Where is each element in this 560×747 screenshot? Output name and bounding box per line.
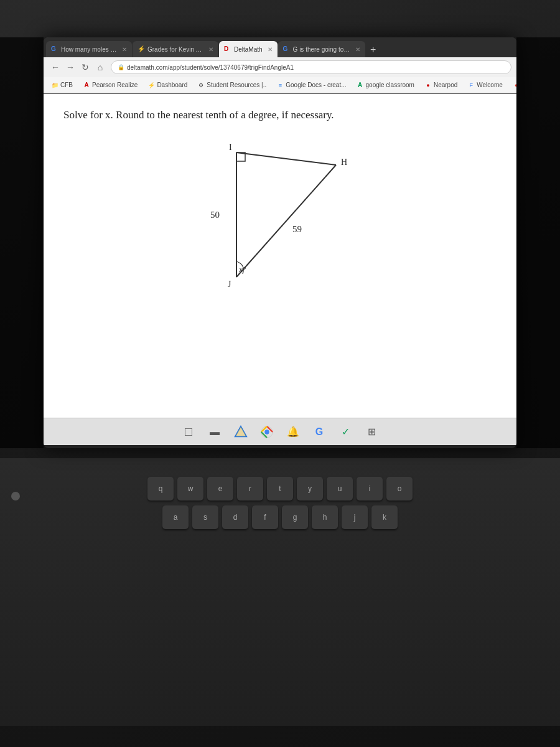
key-o[interactable]: o [386,477,413,500]
tab-favicon-google: G [51,45,58,53]
tab-bar: G How many moles of strontium ✕ ⚡ Grades… [44,37,516,57]
svg-point-3 [264,430,269,434]
tab-close-grades[interactable]: ✕ [208,46,213,53]
bookmark-pearson[interactable]: A Pearson Realize [80,80,140,90]
keyboard-row-2: a s d f g h j k [162,505,398,529]
key-f[interactable]: f [252,505,278,529]
lock-icon: 🔒 [118,64,124,70]
tab-grades-chen[interactable]: ⚡ Grades for Kevin Anzora. CHEN ✕ [133,41,218,57]
tab-close-deltamath[interactable]: ✕ [268,46,273,53]
taskbar-grid-icon[interactable]: ⊞ [362,422,381,442]
reload-button[interactable]: ↻ [78,60,92,74]
key-h[interactable]: h [312,505,338,529]
tab-deltamath[interactable]: D DeltaMath ✕ [219,41,278,57]
bookmark-label-pearson: Pearson Realize [92,82,138,88]
taskbar-minimize-icon[interactable]: ▬ [205,422,225,442]
key-r[interactable]: r [237,477,263,500]
key-u[interactable]: u [327,477,353,500]
side-label-59: 59 [292,224,302,234]
tab-favicon-deltamath: D [224,45,231,53]
vertex-label-J: J [228,280,231,289]
taskbar-notification-icon[interactable]: 🔔 [283,422,303,442]
bookmark-meeting[interactable]: ● Meeting is in progre... [510,80,516,90]
tab-label-deltamath: DeltaMath [234,46,263,53]
bookmark-favicon-cfb: 📁 [51,82,58,89]
tab-close-google2[interactable]: ✕ [355,46,360,53]
key-s[interactable]: s [192,505,218,529]
key-j[interactable]: j [342,505,368,529]
keyboard-row-1: q w e r t y u i o [147,477,413,500]
vertex-label-I: I [229,143,232,152]
tab-label-google-moles: How many moles of strontium [61,46,117,53]
taskbar-chrome-icon[interactable] [257,422,277,442]
tab-favicon-grades: ⚡ [138,45,145,53]
tab-google-season[interactable]: G G is there going to be a season 3 ✕ [278,41,365,57]
bookmark-favicon-pearson: A [83,82,90,89]
nav-buttons: ← → ↻ ⌂ [49,60,107,74]
taskbar: □ ▬ 🔔 G ✓ ⊞ [44,418,516,445]
bookmark-label-dashboard: Dashboard [157,82,187,88]
svg-marker-1 [235,426,246,436]
page-content: Solve for x. Round to the nearest tenth … [44,94,516,418]
right-bezel [516,37,560,448]
forward-button[interactable]: → [63,60,77,74]
laptop-body: G How many moles of strontium ✕ ⚡ Grades… [0,0,560,747]
bookmark-classroom[interactable]: A google classroom [354,80,417,90]
tab-label-google2: G is there going to be a season 3 [293,46,350,53]
key-g[interactable]: g [282,505,308,529]
side-label-50: 50 [210,210,220,220]
bookmark-label-student: Student Resources |.. [207,82,266,88]
key-i[interactable]: i [357,477,383,500]
bookmark-favicon-nearpod: ● [424,82,432,89]
url-text: deltamath.com/app/student/solve/13740679… [127,64,294,71]
key-k[interactable]: k [371,505,398,529]
bookmarks-bar: 📁 CFB A Pearson Realize ⚡ Dashboard ⚙ St… [44,77,516,93]
bookmark-cfb[interactable]: 📁 CFB [49,80,75,90]
taskbar-check-icon[interactable]: ✓ [335,422,355,442]
key-q[interactable]: q [147,477,174,500]
taskbar-window-icon[interactable]: □ [179,422,198,442]
bookmark-favicon-welcome: F [467,82,475,89]
bookmark-welcome[interactable]: F Welcome [465,80,505,90]
browser-screen: G How many moles of strontium ✕ ⚡ Grades… [44,37,516,448]
key-w[interactable]: w [177,477,203,500]
taskbar-drive-icon[interactable] [231,422,251,442]
key-y[interactable]: y [297,477,323,500]
side-IH [236,153,336,165]
bookmark-google-docs[interactable]: ≡ Google Docs - creat... [274,80,348,90]
address-bar-area: ← → ↻ ⌂ 🔒 deltamath.com/app/student/solv… [44,57,516,77]
new-tab-button[interactable]: + [366,42,381,57]
drive-svg [234,425,248,439]
bookmark-favicon-student: ⚙ [197,82,205,89]
triangle-diagram: I H J 50 59 x° [187,140,373,302]
vertex-label-H: H [341,157,347,167]
tab-label-grades: Grades for Kevin Anzora. CHEN [147,46,203,53]
key-d[interactable]: d [222,505,248,529]
bookmark-label-welcome: Welcome [477,82,503,88]
key-t[interactable]: t [267,477,293,500]
angle-label-x: x° [238,265,246,274]
browser-chrome: G How many moles of strontium ✕ ⚡ Grades… [44,37,516,94]
keyboard: q w e r t y u i o a s d f g h j k [0,458,560,726]
bookmark-student-resources[interactable]: ⚙ Student Resources |.. [195,80,269,90]
bookmark-dashboard[interactable]: ⚡ Dashboard [145,80,190,90]
problem-text: Solve for x. Round to the nearest tenth … [63,109,497,121]
power-indicator [11,492,20,500]
left-bezel [0,37,44,448]
bookmark-label-cfb: CFB [60,82,73,88]
bookmark-label-nearpod: Nearpod [434,82,457,88]
tab-favicon-google2: G [283,45,291,53]
bookmark-nearpod[interactable]: ● Nearpod [422,80,460,90]
key-a[interactable]: a [162,505,189,529]
address-input[interactable]: 🔒 deltamath.com/app/student/solve/137406… [111,60,511,74]
bookmark-favicon-dashboard: ⚡ [147,82,155,89]
bookmark-favicon-docs: ≡ [276,82,284,89]
home-button[interactable]: ⌂ [93,60,107,74]
tab-close-google-moles[interactable]: ✕ [122,46,127,53]
bookmark-label-docs: Google Docs - creat... [286,82,346,88]
tab-google-moles[interactable]: G How many moles of strontium ✕ [46,41,132,57]
taskbar-google-icon[interactable]: G [309,422,329,442]
back-button[interactable]: ← [49,60,62,74]
key-e[interactable]: e [207,477,233,500]
bookmark-label-classroom: google classroom [366,82,414,88]
